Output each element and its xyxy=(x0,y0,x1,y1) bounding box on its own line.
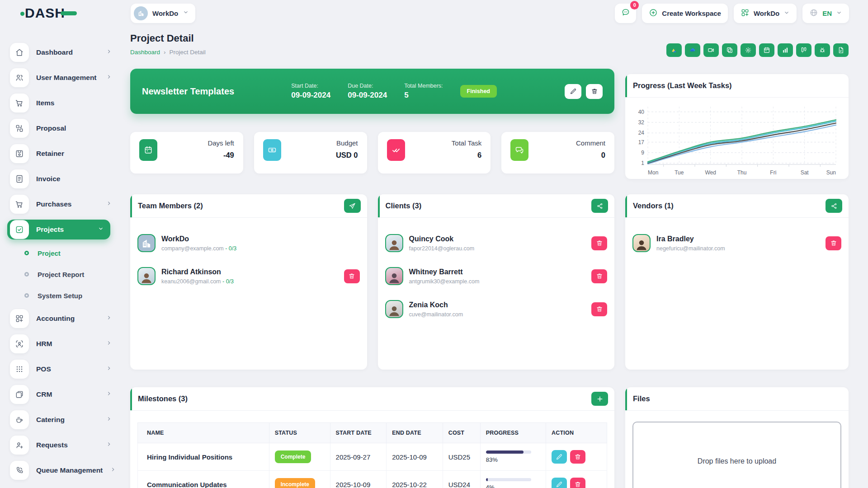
sidebar-item-retainer[interactable]: Retainer xyxy=(7,144,118,164)
stat-card-days-left: Days left-49 xyxy=(130,132,243,174)
users-icon xyxy=(15,73,24,82)
delete-milestone-button[interactable] xyxy=(570,450,585,464)
logo-dot xyxy=(20,12,24,16)
building-icon xyxy=(140,236,153,250)
sidebar-icon-card xyxy=(10,195,29,214)
share-vendors-button[interactable] xyxy=(826,199,842,213)
pencil-icon xyxy=(570,88,577,95)
breadcrumb-dashboard-link[interactable]: Dashboard xyxy=(130,49,160,56)
svg-text:Thu: Thu xyxy=(737,169,747,176)
phone-icon xyxy=(15,466,24,475)
sidebar-icon-card xyxy=(10,68,29,87)
trash-icon xyxy=(348,272,355,280)
workspace-pill[interactable]: WorkDo xyxy=(131,4,195,23)
bar-chart-toolbar-button[interactable] xyxy=(778,43,793,57)
trash-icon xyxy=(574,453,581,460)
column-header: END DATE xyxy=(387,423,443,443)
panel-title: Team Members (2) xyxy=(138,202,203,210)
delete-button[interactable] xyxy=(591,302,607,316)
edit-milestone-button[interactable] xyxy=(552,450,567,464)
column-header: NAME xyxy=(138,423,269,443)
sidebar-item-items[interactable]: Items xyxy=(7,93,118,113)
person-icon xyxy=(387,238,401,251)
sidebar-subitem-system-setup[interactable]: System Setup xyxy=(7,287,118,304)
stat-cards: Days left-49BudgetUSD 0Total Task6Commen… xyxy=(130,132,614,174)
gear-toolbar-button[interactable] xyxy=(741,43,756,57)
sidebar-item-user-management[interactable]: User Management xyxy=(7,68,118,88)
files-panel: Files Drop files here to upload xyxy=(625,387,849,488)
progress-bar xyxy=(486,478,531,481)
edit-milestone-button[interactable] xyxy=(552,478,567,488)
sidebar-item-catering[interactable]: Catering xyxy=(7,410,118,430)
person-icon xyxy=(635,238,648,251)
trash-icon xyxy=(830,239,837,247)
bullet-ring-icon xyxy=(24,251,29,255)
sidebar-subitem-project-report[interactable]: Project Report xyxy=(7,266,118,282)
progress-label: 83% xyxy=(486,456,540,463)
sidebar-subitem-project[interactable]: Project xyxy=(7,245,118,261)
edit-project-button[interactable] xyxy=(565,84,581,99)
video-toolbar-button[interactable] xyxy=(703,43,719,57)
stat-value: USD 0 xyxy=(336,151,358,160)
sidebar-subitem-label: System Setup xyxy=(38,292,82,300)
file-dropzone[interactable]: Drop files here to upload xyxy=(632,422,841,488)
banknote-icon xyxy=(268,145,277,155)
add-milestone-button[interactable] xyxy=(591,392,608,406)
chev-down-icon xyxy=(98,225,104,232)
calendar-icon xyxy=(139,139,157,161)
trash-icon xyxy=(591,88,598,95)
bug-toolbar-button[interactable] xyxy=(815,43,830,57)
chat-button[interactable]: 0 xyxy=(615,4,636,23)
workspace-switcher[interactable]: WorkDo xyxy=(734,4,797,23)
calendar-toolbar-button[interactable] xyxy=(759,43,774,57)
delete-button[interactable] xyxy=(826,236,841,250)
delete-milestone-button[interactable] xyxy=(570,478,585,488)
sidebar-item-proposal[interactable]: Proposal xyxy=(7,118,118,138)
sidebar-item-invoice[interactable]: Invoice xyxy=(7,169,118,189)
create-workspace-button[interactable]: Create Workspace xyxy=(642,4,728,23)
share-clients-button[interactable] xyxy=(591,199,608,213)
sidebar-item-hrm[interactable]: HRM xyxy=(7,334,118,354)
sidebar-icon-card xyxy=(10,461,29,480)
sidebar-icon-card xyxy=(10,385,29,404)
sidebar-item-accounting[interactable]: Accounting xyxy=(7,309,118,328)
sidebar-item-crm[interactable]: CRM xyxy=(7,385,118,404)
trash-icon xyxy=(596,272,603,280)
onedrive-toolbar-button[interactable] xyxy=(685,43,700,57)
trash-icon xyxy=(574,481,581,488)
sidebar-item-pos[interactable]: POS xyxy=(7,359,118,379)
delete-project-button[interactable] xyxy=(586,84,603,99)
sidebar-item-dashboard[interactable]: Dashboard xyxy=(7,42,118,62)
list-item: Richard Atkinsonkeanu2006@gmail.com - 0/… xyxy=(137,267,360,285)
chat-icon xyxy=(510,139,528,161)
delete-button[interactable] xyxy=(344,269,360,283)
app-logo[interactable]: DASH xyxy=(25,5,77,21)
sidebar-item-label: POS xyxy=(36,365,99,373)
sidebar-item-projects[interactable]: Projects xyxy=(7,220,110,239)
breadcrumb: Dashboard › Project Detail xyxy=(130,49,206,56)
onedrive-icon xyxy=(689,47,696,54)
drive-icon xyxy=(670,47,678,54)
column-header: STATUS xyxy=(269,423,330,443)
total-members: Total Members: 5 xyxy=(404,83,443,100)
delete-button[interactable] xyxy=(591,269,607,283)
file-toolbar-button[interactable] xyxy=(833,43,849,57)
gear-icon xyxy=(745,47,752,54)
workspace-avatar xyxy=(134,6,148,20)
milestone-name: Communication Updates xyxy=(138,471,269,488)
logo-dash xyxy=(61,11,77,15)
sidebar-item-purchases[interactable]: Purchases xyxy=(7,194,118,214)
drive-toolbar-button[interactable] xyxy=(666,43,682,57)
sidebar-item-requests[interactable]: Requests xyxy=(7,435,118,455)
copy-toolbar-button[interactable] xyxy=(722,43,737,57)
sidebar-item-queue-management[interactable]: Queue Management xyxy=(7,460,118,480)
invite-member-button[interactable] xyxy=(344,199,361,213)
pencil-icon xyxy=(556,453,563,460)
language-selector[interactable]: EN xyxy=(802,4,849,23)
delete-button[interactable] xyxy=(591,236,607,250)
quick-actions-toolbar xyxy=(666,43,849,57)
kanban-toolbar-button[interactable] xyxy=(796,43,811,57)
chevron-down-icon xyxy=(183,9,189,17)
sidebar-item-label: Dashboard xyxy=(36,48,99,56)
chevron-down-icon xyxy=(783,9,790,17)
